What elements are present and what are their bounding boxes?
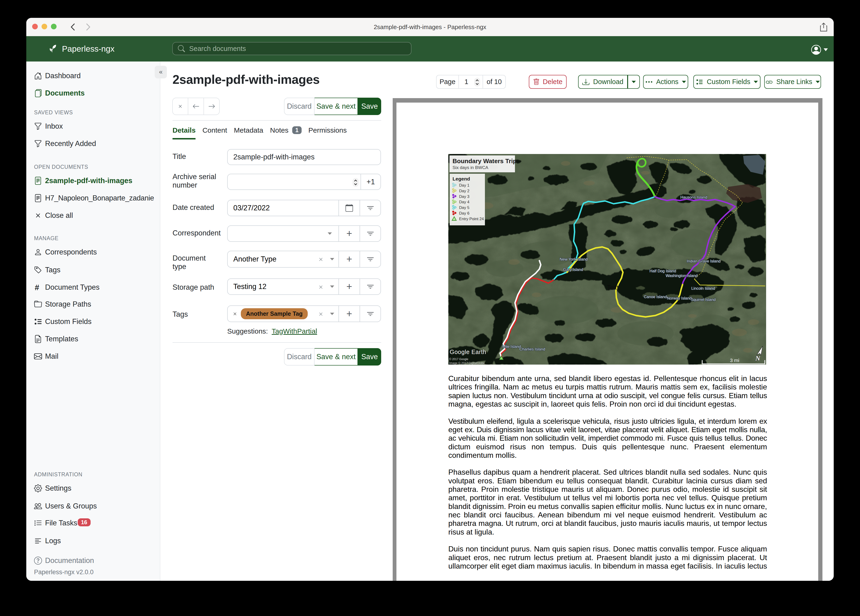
svg-text:Gary Island: Gary Island bbox=[563, 267, 583, 272]
svg-text:Text: Text bbox=[607, 284, 619, 291]
svg-text:Image © 2017 DigitalGlobe: Image © 2017 DigitalGlobe bbox=[449, 361, 485, 365]
svg-text:Half Dog Island: Half Dog Island bbox=[650, 269, 676, 273]
svg-text:© 2017 Google: © 2017 Google bbox=[449, 358, 468, 361]
svg-text:Mile Island: Mile Island bbox=[502, 344, 521, 349]
svg-text:Boundary Waters Trip: Boundary Waters Trip bbox=[452, 157, 516, 165]
svg-text:Squirrel Island: Squirrel Island bbox=[691, 297, 716, 302]
svg-text:Canoe Island: Canoe Island bbox=[644, 295, 667, 299]
svg-text:Hausons Island: Hausons Island bbox=[680, 195, 707, 200]
svg-text:Day 6: Day 6 bbox=[459, 211, 469, 215]
svg-text:N: N bbox=[755, 355, 761, 362]
svg-text:Entry Point 24: Entry Point 24 bbox=[459, 217, 484, 221]
svg-text:New York Island: New York Island bbox=[560, 257, 588, 261]
svg-text:3 mi: 3 mi bbox=[730, 358, 739, 363]
svg-text:Day 1: Day 1 bbox=[459, 183, 469, 188]
svg-text:Legend: Legend bbox=[452, 176, 470, 181]
svg-text:Indian Grave Island: Indian Grave Island bbox=[687, 259, 720, 263]
svg-text:Day 5: Day 5 bbox=[459, 206, 469, 210]
svg-text:Six days in BWCA: Six days in BWCA bbox=[452, 165, 488, 170]
svg-text:Washington Island: Washington Island bbox=[665, 273, 698, 278]
svg-text:Charlies Island: Charlies Island bbox=[519, 347, 545, 351]
svg-text:Lincoln Island: Lincoln Island bbox=[691, 286, 715, 291]
svg-text:Day 2: Day 2 bbox=[459, 189, 469, 193]
svg-text:Norway Island: Norway Island bbox=[667, 296, 692, 300]
svg-text:Google Earth: Google Earth bbox=[450, 349, 486, 355]
svg-text:Day 4: Day 4 bbox=[459, 200, 469, 204]
svg-text:Day 3: Day 3 bbox=[459, 194, 469, 199]
